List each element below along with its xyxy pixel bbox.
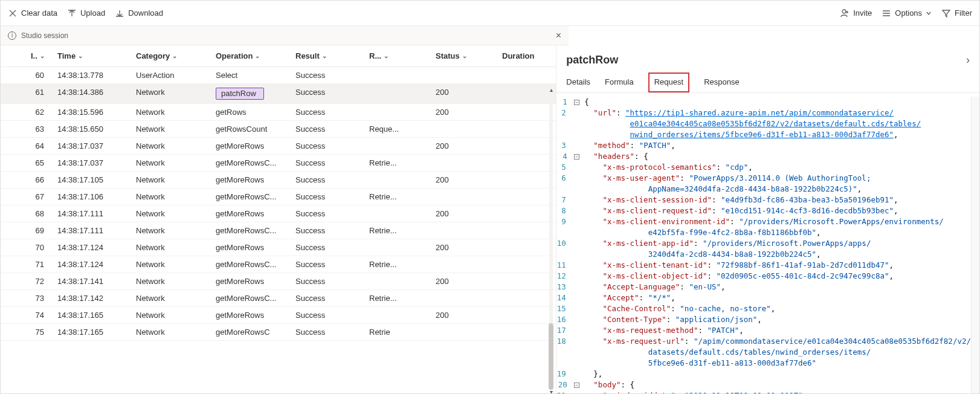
col-duration[interactable]: Duration xyxy=(502,51,556,60)
col-operation[interactable]: Operation⌄ xyxy=(216,51,295,60)
tab-request[interactable]: Request xyxy=(648,73,689,92)
code-scrollbar[interactable] xyxy=(971,97,979,393)
upload-icon xyxy=(67,8,77,18)
person-add-icon xyxy=(840,8,849,18)
col-time[interactable]: Time⌄ xyxy=(57,51,136,60)
col-category[interactable]: Category⌄ xyxy=(136,51,216,60)
filter-label: Filter xyxy=(955,8,972,18)
chevron-down-icon: ⌄ xyxy=(384,53,388,59)
list-icon xyxy=(882,8,891,18)
svg-point-0 xyxy=(842,10,846,13)
toolbar: Clear data Upload Download Invite Option… xyxy=(1,1,979,26)
table-row[interactable]: 6014:38:13.778UserActionSelectSuccess xyxy=(1,67,556,84)
code-gutter: 1 −2 3 4 −5 6 7 8 9 10 11 12 13 14 15 16… xyxy=(556,97,584,393)
col-status[interactable]: Status⌄ xyxy=(436,51,502,60)
table-row[interactable]: 7014:38:17.124NetworkgetMoreRowsSuccess2… xyxy=(1,239,556,256)
detail-panel: patchRow › Details Formula Request Respo… xyxy=(556,45,979,393)
detail-title: patchRow xyxy=(566,54,618,66)
table-row[interactable]: 6214:38:15.596NetworkgetRowsSuccess200 xyxy=(1,104,556,121)
scroll-thumb[interactable] xyxy=(549,323,553,390)
table-row[interactable]: 6714:38:17.106NetworkgetMoreRowsC...Succ… xyxy=(1,189,556,205)
code-content: { "url": "https://tip1-shared.azure-apim… xyxy=(584,97,971,393)
table-row[interactable]: 6514:38:17.037NetworkgetMoreRowsC...Succ… xyxy=(1,155,556,172)
filter-button[interactable]: Filter xyxy=(941,8,972,18)
download-icon xyxy=(115,8,124,18)
detail-tabs: Details Formula Request Response xyxy=(556,73,979,93)
chevron-down-icon: ⌄ xyxy=(78,53,83,59)
session-close-button[interactable]: × xyxy=(556,30,561,41)
info-icon: i xyxy=(8,31,16,40)
tab-details[interactable]: Details xyxy=(566,73,590,92)
col-index[interactable]: I..⌄ xyxy=(19,51,57,60)
table-row[interactable]: 7314:38:17.142NetworkgetMoreRowsC...Succ… xyxy=(1,290,556,307)
close-icon xyxy=(8,8,18,18)
session-label: Studio session xyxy=(21,31,68,40)
grid-header: I..⌄ Time⌄ Category⌄ Operation⌄ Result⌄ … xyxy=(1,45,556,67)
invite-button[interactable]: Invite xyxy=(840,8,872,18)
table-row[interactable]: 6314:38:15.650NetworkgetRowsCountSuccess… xyxy=(1,121,556,138)
tab-formula[interactable]: Formula xyxy=(605,73,634,92)
chevron-down-icon: ⌄ xyxy=(462,53,467,59)
grid-body[interactable]: 6014:38:13.778UserActionSelectSuccess611… xyxy=(1,67,556,393)
col-result[interactable]: Result⌄ xyxy=(295,51,369,60)
table-row[interactable]: 7414:38:17.165NetworkgetMoreRowsSuccess2… xyxy=(1,307,556,324)
table-row[interactable]: 6114:38:14.386NetworkpatchRowSuccess200 xyxy=(1,84,556,104)
options-label: Options xyxy=(895,8,922,18)
table-row[interactable]: 6914:38:17.111NetworkgetMoreRowsC...Succ… xyxy=(1,222,556,239)
scroll-down-icon[interactable]: ▾ xyxy=(548,389,554,394)
download-label: Download xyxy=(128,8,163,18)
table-row[interactable]: 7514:38:17.165NetworkgetMoreRowsCSuccess… xyxy=(1,324,556,341)
clear-data-button[interactable]: Clear data xyxy=(8,8,57,18)
clear-label: Clear data xyxy=(21,8,57,18)
download-button[interactable]: Download xyxy=(115,8,163,18)
session-bar: i Studio session × xyxy=(1,26,569,45)
table-row[interactable]: 6814:38:17.111NetworkgetMoreRowsSuccess2… xyxy=(1,205,556,222)
code-viewer[interactable]: 1 −2 3 4 −5 6 7 8 9 10 11 12 13 14 15 16… xyxy=(556,93,979,393)
table-row[interactable]: 6414:38:17.037NetworkgetMoreRowsSuccess2… xyxy=(1,138,556,155)
chevron-down-icon xyxy=(926,10,932,16)
table-row[interactable]: 7114:38:17.124NetworkgetMoreRowsC...Succ… xyxy=(1,256,556,273)
table-row[interactable]: 6614:38:17.105NetworkgetMoreRowsSuccess2… xyxy=(1,172,556,189)
scroll-up-icon[interactable]: ▴ xyxy=(548,86,554,92)
trace-grid: I..⌄ Time⌄ Category⌄ Operation⌄ Result⌄ … xyxy=(1,45,556,393)
upload-label: Upload xyxy=(80,8,105,18)
chevron-right-icon[interactable]: › xyxy=(966,54,970,66)
invite-label: Invite xyxy=(853,8,872,18)
chevron-down-icon: ⌄ xyxy=(40,53,45,59)
col-r2[interactable]: R...⌄ xyxy=(369,51,436,60)
chevron-down-icon: ⌄ xyxy=(172,53,177,59)
filter-icon xyxy=(941,8,951,18)
upload-button[interactable]: Upload xyxy=(67,8,105,18)
table-row[interactable]: 7214:38:17.141NetworkgetMoreRowsSuccess2… xyxy=(1,273,556,290)
options-button[interactable]: Options xyxy=(882,8,932,18)
tab-response[interactable]: Response xyxy=(704,73,740,92)
chevron-down-icon: ⌄ xyxy=(322,53,327,59)
chevron-down-icon: ⌄ xyxy=(255,53,260,59)
scrollbar[interactable]: ▴ ▾ xyxy=(547,94,555,387)
